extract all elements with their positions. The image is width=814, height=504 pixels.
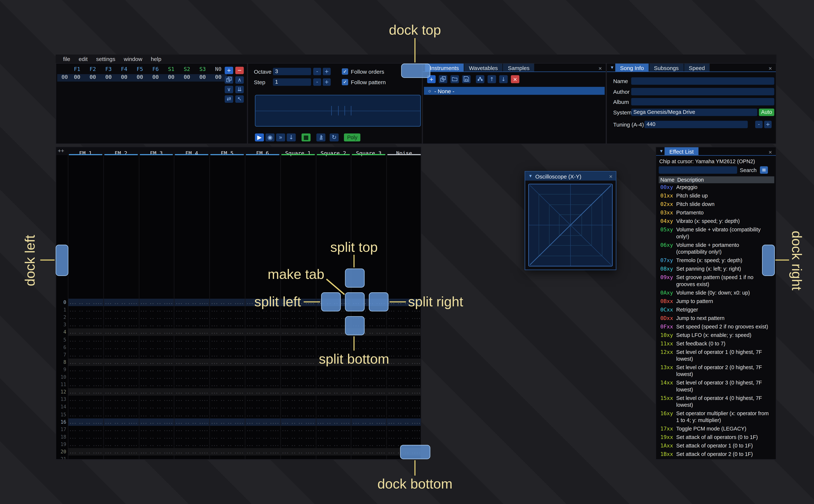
pattern-cell[interactable]: ... .. .. .... [139,366,174,373]
pattern-cell[interactable]: ... .. .. .... [139,388,174,396]
tab-wavetables[interactable]: Wavetables [464,64,503,71]
pattern-row[interactable]: 3... .. .. ....... .. .. ....... .. .. .… [56,321,421,329]
pattern-cell[interactable]: ... .. .. .... [209,396,245,403]
pattern-cell[interactable]: ... .. .. .... [209,314,245,321]
pattern-cell[interactable]: ... .. .. .... [68,314,103,321]
channel-header-noise[interactable]: Noise [386,147,421,155]
order-cell[interactable]: 00 [101,74,116,80]
pattern-cell[interactable]: ... .. .. .... [209,329,245,336]
channel-header-fm-3[interactable]: FM 3 [139,147,174,155]
order-cell[interactable]: 00 [210,74,226,80]
pattern-cell[interactable]: ... .. .. .... [280,441,315,448]
pattern-cell[interactable]: ... .. .. .... [245,396,280,403]
pattern-cell[interactable]: ... .. .. .... [68,381,103,388]
name-field[interactable] [631,77,774,85]
pattern-cell[interactable]: ... .. .. .... [174,381,209,388]
pattern-cell[interactable]: ... .. .. .... [351,433,386,441]
pattern-cell[interactable]: ... .. .. .... [103,426,139,433]
pattern-cell[interactable]: ... .. .. .... [174,411,209,418]
pattern-cell[interactable]: ... .. .. .... [103,456,139,459]
order-change-mode-button[interactable]: ⇄ [225,95,233,103]
repeat-pattern-button[interactable]: ↻ [329,134,338,141]
oscilloscope-title-bar[interactable]: ▼ Oscilloscope (X-Y) [525,172,616,181]
pattern-cell[interactable]: ... .. .. .... [139,426,174,433]
dock-left-target[interactable] [56,245,68,276]
pattern-cell[interactable]: ... .. .. .... [103,396,139,403]
pattern-cell[interactable]: ... .. .. .... [139,381,174,388]
pattern-cell[interactable]: ... .. .. .... [139,358,174,366]
menu-item-settings[interactable]: settings [92,56,119,62]
channel-header-fm-1[interactable]: FM 1 [68,147,103,155]
pattern-cell[interactable]: ... .. .. .... [386,411,421,418]
pattern-cell[interactable]: ... .. .. .... [139,418,174,426]
split-top-target[interactable] [345,269,364,288]
pattern-cell[interactable]: ... .. .. .... [209,388,245,396]
pattern-cell[interactable]: ... .. .. .... [315,456,351,459]
pattern-cell[interactable]: ... .. .. .... [245,321,280,329]
pattern-cell[interactable]: ... .. .. .... [351,396,386,403]
pattern-cell[interactable]: ... .. .. .... [68,426,103,433]
pattern-cell[interactable]: ... .. .. .... [245,366,280,373]
pattern-cell[interactable]: ... .. .. .... [315,441,351,448]
step-input[interactable]: 1 [273,78,311,86]
pattern-cell[interactable]: ... .. .. .... [174,306,209,314]
octave-increase-button[interactable]: + [323,68,331,75]
pattern-cell[interactable]: ... .. .. .... [351,411,386,418]
instruments-close-button[interactable]: × [597,65,604,71]
tuning-field[interactable]: 440 [644,121,748,128]
pattern-cell[interactable]: ... .. .. .... [139,433,174,441]
move-instrument-down-button[interactable]: ↓ [499,75,508,83]
make-tab-target[interactable] [345,292,364,312]
pattern-row[interactable]: 4... .. .. ....... .. .. ....... .. .. .… [56,329,421,336]
pattern-row[interactable]: 18... .. .. ....... .. .. ....... .. .. … [56,433,421,441]
channel-header-fm-4[interactable]: FM 4 [174,147,209,155]
pattern-cell[interactable]: ... .. .. .... [103,381,139,388]
move-order-up-button[interactable]: ∧ [235,76,244,84]
tab-speed[interactable]: Speed [684,64,710,71]
pattern-cell[interactable]: ... .. .. .... [351,403,386,411]
pattern-cell[interactable]: ... .. .. .... [68,441,103,448]
tab-samples[interactable]: Samples [503,64,534,71]
pattern-cell[interactable]: ... .. .. .... [209,351,245,358]
pattern-cell[interactable]: ... .. .. .... [351,336,386,344]
pattern-cell[interactable]: ... .. .. .... [386,321,421,329]
piano-keyboard[interactable] [255,95,421,127]
move-instrument-up-button[interactable]: ↑ [488,75,496,83]
pattern-cell[interactable]: ... .. .. .... [280,321,315,329]
pattern-row[interactable]: 20... .. .. ....... .. .. ....... .. .. … [56,448,421,456]
pattern-cell[interactable]: ... .. .. .... [209,426,245,433]
pattern-cell[interactable]: ... .. .. .... [103,329,139,336]
step-row-button[interactable]: ↓ [287,134,296,141]
split-left-target[interactable] [321,292,341,312]
menu-item-edit[interactable]: edit [74,56,92,62]
order-cell[interactable]: 00 [195,74,210,80]
pattern-cell[interactable]: ... .. .. .... [103,448,139,456]
pattern-cell[interactable]: ... .. .. .... [245,381,280,388]
pattern-cell[interactable]: ... .. .. .... [209,403,245,411]
poly-button[interactable]: Poly [344,134,360,141]
pattern-cell[interactable]: ... .. .. .... [209,448,245,456]
pattern-row[interactable]: 11... .. .. ....... .. .. ....... .. .. … [56,381,421,388]
pattern-cell[interactable]: ... .. .. .... [103,299,139,306]
pattern-cell[interactable]: ... .. .. .... [174,314,209,321]
channel-header-square-1[interactable]: Square 1 [280,147,315,155]
pattern-cell[interactable]: ... .. .. .... [209,433,245,441]
pattern-cell[interactable]: ... .. .. .... [245,426,280,433]
order-cell[interactable]: 00 [69,74,85,80]
pattern-row[interactable]: 2... .. .. ....... .. .. ....... .. .. .… [56,314,421,321]
pattern-cell[interactable]: ... .. .. .... [280,381,315,388]
pattern-cell[interactable]: ... .. .. .... [280,396,315,403]
pattern-cell[interactable]: ... .. .. .... [174,336,209,344]
pattern-row[interactable]: 16... .. .. ....... .. .. ....... .. .. … [56,418,421,426]
menu-item-window[interactable]: window [119,56,146,62]
pattern-cell[interactable]: ... .. .. .... [103,314,139,321]
pattern-cell[interactable]: ... .. .. .... [174,403,209,411]
pattern-cell[interactable]: ... .. .. .... [280,351,315,358]
pattern-cell[interactable]: ... .. .. .... [209,373,245,381]
pattern-body[interactable]: 0... .. .. ....... .. .. ....... .. .. .… [56,155,421,459]
pattern-cell[interactable]: ... .. .. .... [68,396,103,403]
instrument-list-item[interactable]: ○- None - [424,87,605,95]
pattern-cell[interactable]: ... .. .. .... [209,358,245,366]
move-order-down-button[interactable]: ∨ [225,86,233,93]
pattern-cell[interactable]: ... .. .. .... [386,344,421,351]
